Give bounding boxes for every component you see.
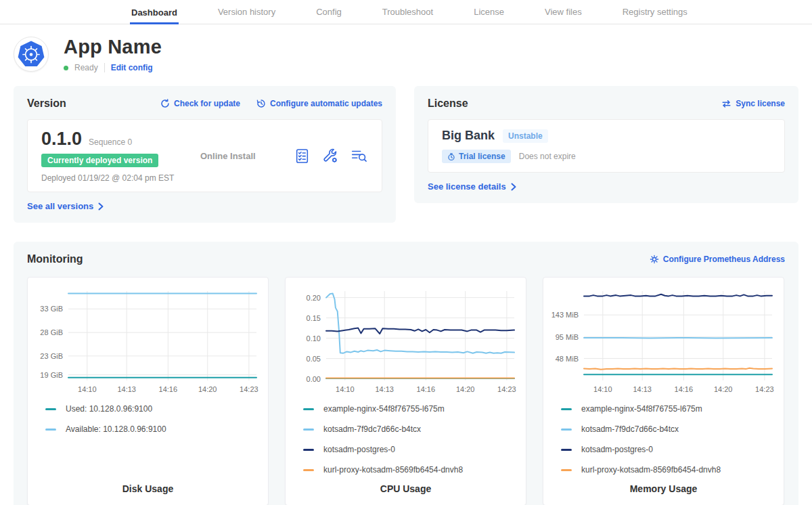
svg-text:14:20: 14:20 (714, 385, 733, 393)
channel-badge: Unstable (503, 129, 548, 143)
svg-text:14:13: 14:13 (633, 385, 652, 393)
license-card: License Sync license Big Bank Unstable (414, 86, 798, 203)
legend-swatch (303, 429, 314, 431)
status-text: Ready (74, 63, 98, 72)
svg-text:14:23: 14:23 (240, 385, 258, 393)
legend-label: Available: 10.128.0.96:9100 (66, 424, 166, 434)
version-number: 0.1.0 (41, 129, 82, 150)
tab-config[interactable]: Config (315, 1, 343, 24)
current-version-row: 0.1.0 Sequence 0 Currently deployed vers… (27, 119, 382, 192)
cpu-usage-title: CPU Usage (292, 483, 519, 494)
preflight-checks-icon[interactable] (294, 148, 311, 164)
sync-license-label: Sync license (736, 99, 785, 108)
customer-name: Big Bank (442, 129, 495, 143)
legend-item: kurl-proxy-kotsadm-8569fb6454-dnvh8 (561, 465, 777, 475)
legend-swatch (303, 408, 314, 410)
svg-text:14:16: 14:16 (417, 385, 436, 393)
see-all-versions-link[interactable]: See all versions (27, 201, 104, 211)
svg-text:14:20: 14:20 (198, 385, 217, 393)
svg-text:14:23: 14:23 (497, 385, 516, 393)
svg-text:14:13: 14:13 (117, 385, 136, 393)
disk-usage-title: Disk Usage (35, 483, 261, 494)
install-type-label: Online Install (200, 151, 294, 161)
configure-prometheus-button[interactable]: Configure Prometheus Address (650, 255, 785, 264)
edit-config-link[interactable]: Edit config (111, 63, 153, 72)
stopwatch-icon (447, 152, 455, 161)
version-card: Version Check for update (14, 86, 396, 223)
trial-license-badge: Trial license (442, 150, 511, 163)
see-license-details-link[interactable]: See license details (428, 181, 516, 192)
disk-usage-panel: 14:1014:1314:1614:2014:2319 GiB23 GiB28 … (27, 277, 269, 505)
legend-label: kotsadm-7f9dc7d66c-b4tcx (581, 424, 679, 434)
page-title: App Name (64, 37, 162, 57)
license-card-title: License (428, 97, 468, 110)
monitoring-title: Monitoring (27, 253, 83, 265)
monitoring-card: Monitoring Configure Prometheus Address … (14, 242, 798, 505)
legend-swatch (561, 429, 572, 431)
legend-item: kotsadm-7f9dc7d66c-b4tcx (303, 424, 519, 434)
configure-automatic-updates-label: Configure automatic updates (270, 99, 382, 108)
svg-text:143 MiB: 143 MiB (551, 311, 579, 320)
tab-registry-settings[interactable]: Registry settings (621, 1, 689, 24)
chevron-right-icon (98, 202, 104, 211)
tab-version-history[interactable]: Version history (217, 1, 277, 24)
schedule-icon (256, 99, 266, 108)
trial-license-label: Trial license (459, 152, 505, 161)
legend-item: kurl-proxy-kotsadm-8569fb6454-dnvh8 (303, 465, 519, 475)
legend-swatch (561, 469, 572, 471)
legend-label: kurl-proxy-kotsadm-8569fb6454-dnvh8 (581, 465, 721, 475)
deployed-badge: Currently deployed version (41, 154, 158, 167)
configure-automatic-updates-button[interactable]: Configure automatic updates (256, 99, 382, 108)
svg-text:0.20: 0.20 (307, 294, 321, 302)
sync-license-button[interactable]: Sync license (721, 99, 785, 108)
svg-text:14:16: 14:16 (159, 385, 178, 393)
svg-text:0.15: 0.15 (307, 314, 321, 322)
legend-item: kotsadm-postgres-0 (561, 445, 777, 454)
license-expiry: Does not expire (519, 152, 576, 161)
status-dot (64, 66, 68, 70)
legend-swatch (45, 408, 56, 410)
tab-license[interactable]: License (472, 1, 505, 24)
svg-text:14:10: 14:10 (336, 385, 355, 393)
tab-dashboard[interactable]: Dashboard (130, 1, 179, 24)
memory-usage-title: Memory Usage (550, 483, 777, 494)
disk-usage-chart: 14:1014:1314:1614:2014:2319 GiB23 GiB28 … (35, 287, 263, 395)
memory-usage-chart: 14:1014:1314:1614:2014:2348 MiB95 MiB143… (550, 287, 778, 395)
svg-text:14:10: 14:10 (78, 385, 97, 393)
svg-text:14:10: 14:10 (593, 385, 612, 393)
svg-text:14:16: 14:16 (675, 385, 694, 393)
legend-label: kurl-proxy-kotsadm-8569fb6454-dnvh8 (323, 465, 463, 475)
divider (104, 63, 105, 72)
svg-text:33 GiB: 33 GiB (40, 305, 63, 313)
svg-text:0.05: 0.05 (307, 355, 321, 363)
chevron-right-icon (511, 183, 516, 191)
legend-item: Available: 10.128.0.96:9100 (45, 424, 261, 434)
see-all-versions-label: See all versions (27, 201, 93, 211)
svg-text:14:13: 14:13 (375, 385, 394, 393)
legend-label: kotsadm-postgres-0 (323, 445, 395, 454)
legend-item: example-nginx-54f8f76755-l675m (303, 404, 519, 414)
check-for-update-label: Check for update (174, 99, 240, 108)
cpu-usage-legend: example-nginx-54f8f76755-l675mkotsadm-7f… (292, 404, 519, 475)
legend-label: Used: 10.128.0.96:9100 (66, 404, 152, 414)
version-card-title: Version (27, 97, 66, 110)
sequence-label: Sequence 0 (89, 137, 132, 147)
legend-swatch (561, 408, 572, 410)
legend-item: kotsadm-postgres-0 (303, 445, 519, 454)
legend-label: example-nginx-54f8f76755-l675m (323, 404, 445, 414)
legend-item: kotsadm-7f9dc7d66c-b4tcx (561, 424, 777, 434)
svg-text:95 MiB: 95 MiB (556, 333, 579, 341)
refresh-icon (160, 99, 170, 108)
config-wrench-icon[interactable] (322, 148, 339, 164)
sync-icon (721, 100, 731, 108)
deployed-timestamp: Deployed 01/19/22 @ 02:04 pm EST (41, 173, 200, 183)
top-nav: DashboardVersion historyConfigTroublesho… (0, 0, 812, 24)
tab-view-files[interactable]: View files (543, 1, 583, 24)
svg-text:14:23: 14:23 (755, 385, 774, 393)
view-logs-icon[interactable] (351, 148, 368, 164)
cpu-usage-chart: 14:1014:1314:1614:2014:230.000.050.100.1… (292, 287, 520, 395)
legend-swatch (303, 449, 314, 451)
tab-troubleshoot[interactable]: Troubleshoot (381, 1, 434, 24)
app-header: App Name Ready Edit config (14, 24, 798, 72)
check-for-update-button[interactable]: Check for update (160, 99, 240, 108)
